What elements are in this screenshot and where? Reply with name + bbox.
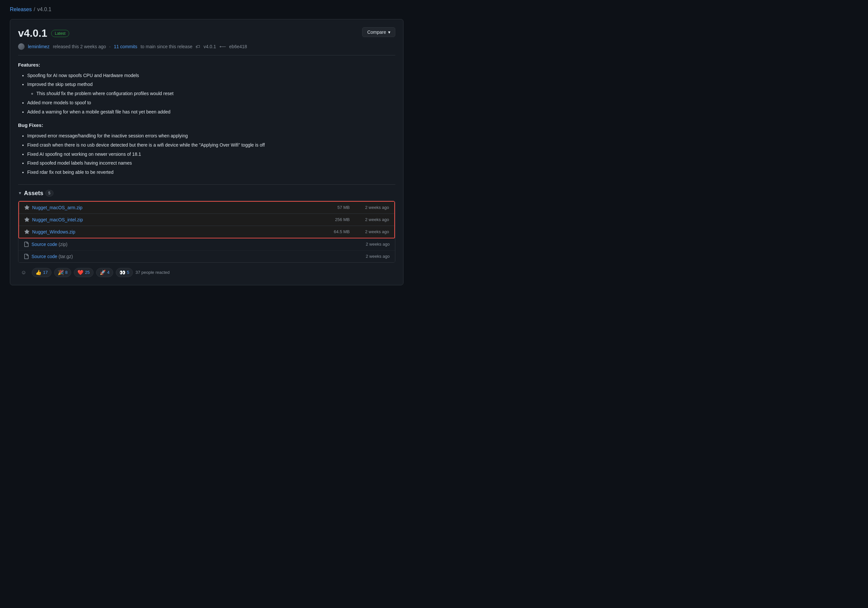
assets-section: ▼ Assets 5 Nugget_macOS_arm.zip <box>18 190 395 263</box>
list-item: Fixed crash when there is no usb device … <box>27 141 395 149</box>
tag-icon: 🏷 <box>195 44 200 49</box>
eyes-count: 5 <box>127 270 129 275</box>
release-meta: leminlimez released this 2 weeks ago · 1… <box>18 43 395 50</box>
assets-header: ▼ Assets 5 <box>18 190 395 197</box>
heart-count: 25 <box>85 270 90 275</box>
asset-row: Nugget_macOS_arm.zip 57 MB 2 weeks ago <box>19 202 394 214</box>
reaction-eyes[interactable]: 👀 5 <box>116 268 133 277</box>
reaction-party[interactable]: 🎉 8 <box>54 268 71 277</box>
compare-button[interactable]: Compare ▾ <box>362 27 395 37</box>
rocket-emoji: 🚀 <box>100 269 106 275</box>
breadcrumb-releases-link[interactable]: Releases <box>10 6 32 12</box>
package-icon <box>24 205 29 210</box>
breadcrumb-separator: / <box>34 6 35 12</box>
asset-row: Source code (zip) 2 weeks ago <box>19 238 395 251</box>
asset-row: Source code (tar.gz) 2 weeks ago <box>19 251 395 262</box>
avatar <box>18 43 25 50</box>
assets-count: 5 <box>45 190 53 196</box>
source-code-zip-link[interactable]: Source code (zip) <box>31 242 68 247</box>
release-header: v4.0.1 Latest Compare ▾ <box>18 27 395 39</box>
release-card: v4.0.1 Latest Compare ▾ leminlimez relea… <box>10 19 403 285</box>
released-text: released this 2 weeks ago <box>53 44 106 49</box>
source-code-targz-link[interactable]: Source code (tar.gz) <box>31 254 73 259</box>
commits-link[interactable]: 11 commits <box>114 44 138 49</box>
package-icon <box>24 229 29 235</box>
eyes-emoji: 👀 <box>119 269 126 275</box>
rocket-count: 4 <box>107 270 110 275</box>
release-tag: v4.0.1 <box>203 44 216 49</box>
commit-icon: ⟵ <box>220 44 226 49</box>
asset-name-area: Source code (tar.gz) <box>23 254 324 259</box>
features-heading: Features: <box>18 61 395 69</box>
release-commit: eb6e418 <box>229 44 247 49</box>
asset-time: 2 weeks ago <box>350 205 389 210</box>
heart-emoji: ❤️ <box>78 269 84 275</box>
assets-title: ▼ Assets 5 <box>18 190 53 197</box>
author-link[interactable]: leminlimez <box>28 44 50 49</box>
list-item: Fixed spoofed model labels having incorr… <box>27 159 395 167</box>
breadcrumb: Releases / v4.0.1 <box>10 6 858 12</box>
latest-badge: Latest <box>51 30 69 37</box>
meta-dot: · <box>109 44 110 49</box>
release-body: Features: Spoofing for AI now spoofs CPU… <box>18 61 395 176</box>
asset-link[interactable]: Nugget_macOS_intel.zip <box>32 217 83 222</box>
asset-link[interactable]: Nugget_Windows.zip <box>32 229 76 235</box>
asset-row: Nugget_Windows.zip 64.5 MB 2 weeks ago <box>19 226 394 238</box>
avatar-image <box>18 43 25 50</box>
asset-size: 256 MB <box>324 217 350 222</box>
party-emoji: 🎉 <box>58 269 64 275</box>
commits-suffix: to main since this release <box>140 44 192 49</box>
release-title-area: v4.0.1 Latest <box>18 27 69 39</box>
party-count: 8 <box>65 270 68 275</box>
package-icon <box>24 217 29 222</box>
asset-name-area: Nugget_macOS_arm.zip <box>24 205 324 210</box>
asset-name-area: Nugget_Windows.zip <box>24 229 324 235</box>
assets-table: Nugget_macOS_arm.zip 57 MB 2 weeks ago N… <box>18 201 395 263</box>
compare-label: Compare <box>367 29 386 35</box>
reaction-thumbsup[interactable]: 👍 17 <box>32 268 51 277</box>
highlight-group: Nugget_macOS_arm.zip 57 MB 2 weeks ago N… <box>19 201 395 238</box>
list-item: Fixed rdar fix not being able to be reve… <box>27 169 395 176</box>
reactions-row: ☺ 👍 17 🎉 8 ❤️ 25 🚀 4 👀 5 37 people react… <box>18 268 395 277</box>
asset-row: Nugget_macOS_intel.zip 256 MB 2 weeks ag… <box>19 214 394 226</box>
list-item: Added more models to spoof to <box>27 99 395 107</box>
asset-size: 64.5 MB <box>324 229 350 234</box>
list-item: Fixed AI spoofing not working on newer v… <box>27 150 395 158</box>
asset-name-area: Source code (zip) <box>23 242 324 247</box>
list-item: Improved the skip setup method This shou… <box>27 80 395 98</box>
list-item: Added a warning for when a mobile gestal… <box>27 108 395 116</box>
reactions-total: 37 people reacted <box>135 270 170 275</box>
thumbsup-count: 17 <box>43 270 48 275</box>
asset-time: 2 weeks ago <box>350 242 390 247</box>
reaction-heart[interactable]: ❤️ 25 <box>74 268 93 277</box>
bugfixes-heading: Bug Fixes: <box>18 121 395 130</box>
sub-list: This should fix the problem where config… <box>27 90 395 98</box>
list-item: This should fix the problem where config… <box>36 90 395 98</box>
release-version: v4.0.1 <box>18 27 47 39</box>
source-icon <box>23 242 29 247</box>
breadcrumb-current: v4.0.1 <box>37 6 51 12</box>
asset-link[interactable]: Nugget_macOS_arm.zip <box>32 205 82 210</box>
reaction-rocket[interactable]: 🚀 4 <box>96 268 113 277</box>
divider-2 <box>18 184 395 185</box>
triangle-icon: ▼ <box>18 191 22 195</box>
chevron-down-icon: ▾ <box>388 29 391 35</box>
asset-time: 2 weeks ago <box>350 217 389 222</box>
thumbsup-emoji: 👍 <box>36 269 42 275</box>
assets-label: Assets <box>24 190 43 197</box>
asset-size: 57 MB <box>324 205 350 210</box>
list-item: Improved error message/handling for the … <box>27 132 395 140</box>
source-icon <box>23 254 29 259</box>
divider <box>18 55 395 56</box>
list-item: Spoofing for AI now spoofs CPU and Hardw… <box>27 72 395 80</box>
asset-time: 2 weeks ago <box>350 229 389 234</box>
features-list: Spoofing for AI now spoofs CPU and Hardw… <box>18 72 395 116</box>
bugfixes-list: Improved error message/handling for the … <box>18 132 395 176</box>
add-reaction-button[interactable]: ☺ <box>18 268 29 277</box>
asset-name-area: Nugget_macOS_intel.zip <box>24 217 324 222</box>
asset-time: 2 weeks ago <box>350 254 390 259</box>
